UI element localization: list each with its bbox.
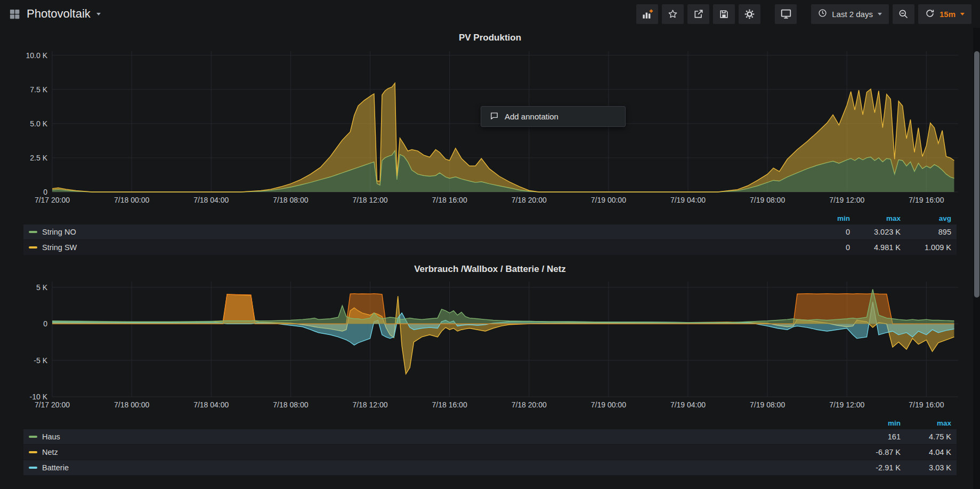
legend-row-string-no: String NO 0 3.023 K 895 — [23, 225, 957, 240]
time-range-label: Last 2 days — [832, 10, 873, 19]
svg-text:5 K: 5 K — [36, 283, 48, 292]
star-button[interactable] — [662, 4, 684, 24]
svg-text:7/19 16:00: 7/19 16:00 — [909, 400, 944, 409]
panel-title[interactable]: PV Produktion — [7, 28, 973, 46]
series-swatch[interactable] — [29, 231, 37, 233]
series-swatch[interactable] — [29, 436, 37, 438]
share-button[interactable] — [687, 4, 709, 24]
add-panel-button[interactable] — [636, 4, 658, 24]
legend-row-haus: Haus 161 4.75 K — [23, 429, 957, 445]
series-max: 4.04 K — [901, 448, 951, 456]
dashboard-nav: Photovoltaik — [9, 7, 101, 21]
legend-col-max[interactable]: max — [901, 419, 951, 427]
legend-row-string-sw: String SW 0 4.981 K 1.009 K — [23, 240, 957, 255]
series-swatch[interactable] — [29, 246, 37, 248]
panel-pv-produktion: PV Produktion 7/17 20:007/18 00:007/18 0… — [7, 28, 973, 255]
settings-button[interactable] — [739, 4, 760, 24]
svg-text:7/18 20:00: 7/18 20:00 — [512, 400, 547, 409]
svg-text:7/17 20:00: 7/17 20:00 — [35, 196, 70, 204]
legend-row-netz: Netz -6.87 K 4.04 K — [23, 445, 957, 460]
svg-text:7/18 00:00: 7/18 00:00 — [114, 196, 149, 204]
series-name[interactable]: String NO — [42, 228, 799, 236]
svg-text:7/18 00:00: 7/18 00:00 — [114, 400, 149, 409]
chevron-down-icon — [878, 13, 882, 15]
series-avg: 895 — [901, 228, 951, 236]
pv-produktion-chart[interactable]: 7/17 20:007/18 00:007/18 04:007/18 08:00… — [7, 46, 973, 211]
svg-text:-5 K: -5 K — [34, 356, 47, 365]
svg-text:7/18 12:00: 7/18 12:00 — [352, 196, 387, 204]
svg-text:10.0 K: 10.0 K — [26, 51, 48, 60]
save-button[interactable] — [713, 4, 735, 24]
comment-icon — [490, 111, 499, 122]
add-annotation-popup[interactable]: Add annotation — [481, 106, 626, 127]
series-swatch[interactable] — [29, 451, 37, 453]
refresh-interval-label: 15m — [939, 10, 955, 19]
svg-text:5.0 K: 5.0 K — [30, 119, 47, 128]
dashboard-title[interactable]: Photovoltaik — [27, 7, 91, 21]
legend-col-min[interactable]: min — [799, 214, 850, 222]
series-name[interactable]: Haus — [42, 432, 850, 441]
svg-text:0: 0 — [43, 188, 47, 196]
refresh-icon — [925, 9, 935, 20]
cycle-view-button[interactable] — [775, 4, 797, 24]
svg-text:0: 0 — [43, 319, 47, 328]
series-name[interactable]: Netz — [42, 448, 850, 456]
svg-text:7/18 08:00: 7/18 08:00 — [273, 196, 308, 204]
add-annotation-label: Add annotation — [505, 112, 558, 121]
series-name[interactable]: Batterie — [42, 463, 850, 472]
navbar: Photovoltaik — [0, 0, 980, 28]
svg-text:7/19 08:00: 7/19 08:00 — [750, 196, 785, 204]
clock-icon — [818, 9, 827, 19]
scrollbar-thumb[interactable] — [974, 51, 979, 298]
legend-col-min[interactable]: min — [850, 419, 901, 427]
panel-title[interactable]: Verbrauch /Wallbox / Batterie / Netz — [7, 255, 973, 277]
svg-text:7/19 00:00: 7/19 00:00 — [591, 400, 626, 409]
verbrauch-legend: min max Haus 161 4.75 K Netz -6.87 K 4.0… — [23, 417, 957, 476]
dashboard-body: PV Produktion 7/17 20:007/18 00:007/18 0… — [0, 28, 980, 476]
svg-text:7/19 16:00: 7/19 16:00 — [909, 196, 944, 204]
svg-text:2.5 K: 2.5 K — [30, 154, 47, 162]
series-min: -2.91 K — [850, 463, 901, 472]
series-max: 3.023 K — [850, 228, 901, 236]
svg-text:7/18 08:00: 7/18 08:00 — [273, 400, 308, 409]
series-max: 4.75 K — [901, 432, 951, 441]
series-min: 0 — [799, 228, 850, 236]
chevron-down-icon[interactable] — [96, 13, 101, 15]
series-avg: 1.009 K — [901, 243, 951, 252]
legend-col-max[interactable]: max — [850, 214, 901, 222]
series-min: -6.87 K — [850, 448, 901, 456]
verbrauch-chart[interactable]: 7/17 20:007/18 00:007/18 04:007/18 08:00… — [7, 277, 973, 416]
svg-text:7/18 04:00: 7/18 04:00 — [193, 400, 229, 409]
pv-legend: min max avg String NO 0 3.023 K 895 Stri… — [23, 212, 957, 255]
svg-text:7/19 00:00: 7/19 00:00 — [591, 196, 626, 204]
refresh-picker[interactable]: 15m — [918, 4, 971, 24]
svg-text:7/18 04:00: 7/18 04:00 — [193, 196, 229, 204]
verbrauch-chart-wrap: 7/17 20:007/18 00:007/18 04:007/18 08:00… — [7, 277, 973, 416]
pv-produktion-chart-wrap: 7/17 20:007/18 00:007/18 04:007/18 08:00… — [7, 46, 973, 211]
series-name[interactable]: String SW — [42, 243, 799, 252]
time-range-picker[interactable]: Last 2 days — [811, 4, 889, 24]
svg-text:7/18 16:00: 7/18 16:00 — [432, 400, 467, 409]
series-max: 3.03 K — [901, 463, 951, 472]
series-min: 0 — [799, 243, 850, 252]
series-swatch[interactable] — [29, 467, 37, 469]
grafana-app: Photovoltaik — [0, 0, 980, 489]
svg-text:7/19 04:00: 7/19 04:00 — [670, 196, 706, 204]
legend-col-avg[interactable]: avg — [901, 214, 951, 222]
svg-text:7/18 20:00: 7/18 20:00 — [512, 196, 547, 204]
svg-text:7/19 08:00: 7/19 08:00 — [750, 400, 785, 409]
scrollbar[interactable] — [973, 28, 980, 489]
series-min: 161 — [850, 432, 901, 441]
svg-text:7/17 20:00: 7/17 20:00 — [35, 400, 70, 409]
legend-header: min max avg — [23, 212, 957, 225]
svg-text:7/19 12:00: 7/19 12:00 — [829, 196, 864, 204]
dashboard-grid-icon[interactable] — [9, 8, 21, 20]
zoom-out-button[interactable] — [893, 4, 914, 24]
navbar-actions: Last 2 days 15m — [636, 4, 971, 24]
svg-text:7/19 12:00: 7/19 12:00 — [829, 400, 864, 409]
legend-header: min max — [23, 417, 957, 429]
svg-text:7/19 04:00: 7/19 04:00 — [670, 400, 706, 409]
svg-text:7/18 12:00: 7/18 12:00 — [352, 400, 387, 409]
svg-text:7/18 16:00: 7/18 16:00 — [432, 196, 467, 204]
svg-text:-10 K: -10 K — [30, 392, 48, 401]
